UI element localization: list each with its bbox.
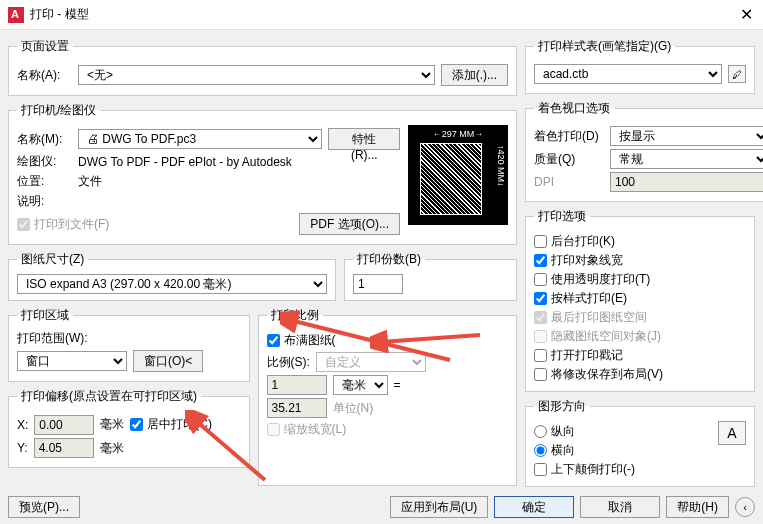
desc-label: 说明: xyxy=(17,193,72,210)
preview-width: ←297 MM→ xyxy=(408,129,508,139)
add-button[interactable]: 添加(.)... xyxy=(441,64,508,86)
shade-label: 着色打印(D) xyxy=(534,128,604,145)
offset-group: 打印偏移(原点设置在可打印区域) X: 毫米 居中打印(C) Y: 毫米 xyxy=(8,388,250,468)
plotter-value: DWG To PDF - PDF ePlot - by Autodesk xyxy=(78,155,292,169)
orient-group: 图形方向 纵向 横向 上下颠倒打印(-) A xyxy=(525,398,755,487)
y-label: Y: xyxy=(17,441,28,455)
paperlast-check: 最后打印图纸空间 xyxy=(534,309,746,326)
copies-input[interactable] xyxy=(353,274,403,294)
scale-num2 xyxy=(267,398,327,418)
scale-num1 xyxy=(267,375,327,395)
name-a-label: 名称(A): xyxy=(17,67,72,84)
shade-select[interactable]: 按显示 xyxy=(610,126,763,146)
x-input xyxy=(34,415,94,435)
style-table-select[interactable]: acad.ctb xyxy=(534,64,722,84)
plotter-label: 绘图仪: xyxy=(17,153,72,170)
orientation-icon: A xyxy=(718,421,746,445)
equals: = xyxy=(394,378,401,392)
pdf-options-button[interactable]: PDF 选项(O)... xyxy=(299,213,400,235)
style-table-legend: 打印样式表(画笔指定)(G) xyxy=(534,38,675,55)
page-setup-group: 页面设置 名称(A): <无> 添加(.)... xyxy=(8,38,517,96)
styles-check[interactable]: 按样式打印(E) xyxy=(534,290,746,307)
upside-check[interactable]: 上下颠倒打印(-) xyxy=(534,461,718,478)
range-label: 打印范围(W): xyxy=(17,330,241,347)
location-value: 文件 xyxy=(78,173,102,190)
app-icon xyxy=(8,7,24,23)
unit-select[interactable]: 毫米 xyxy=(333,375,388,395)
x-label: X: xyxy=(17,418,28,432)
printer-name-select[interactable]: 🖨 DWG To PDF.pc3 xyxy=(78,129,322,149)
scale-group: 打印比例 布满图纸( 比例(S): 自定义 毫米 = 单位(N) 缩放线宽(L) xyxy=(258,307,518,486)
x-unit: 毫米 xyxy=(100,416,124,433)
copies-group: 打印份数(B) xyxy=(344,251,517,301)
dpi-label: DPI xyxy=(534,175,604,189)
printer-name-label: 名称(M): xyxy=(17,131,72,148)
plot-to-file-check: 打印到文件(F) xyxy=(17,216,109,233)
cancel-button[interactable]: 取消 xyxy=(580,496,660,518)
style-table-group: 打印样式表(画笔指定)(G) acad.ctb 🖊 xyxy=(525,38,755,94)
bg-check[interactable]: 后台打印(K) xyxy=(534,233,746,250)
window-title: 打印 - 模型 xyxy=(30,6,89,23)
shaded-legend: 着色视口选项 xyxy=(534,100,614,117)
paper-size-legend: 图纸尺寸(Z) xyxy=(17,251,88,268)
portrait-radio[interactable]: 纵向 xyxy=(534,423,718,440)
save-check[interactable]: 将修改保存到布局(V) xyxy=(534,366,746,383)
ratio-select: 自定义 xyxy=(316,352,426,372)
window-button[interactable]: 窗口(O)< xyxy=(133,350,203,372)
range-select[interactable]: 窗口 xyxy=(17,351,127,371)
preview-button[interactable]: 预览(P)... xyxy=(8,496,80,518)
transparency-check[interactable]: 使用透明度打印(T) xyxy=(534,271,746,288)
ratio-label: 比例(S): xyxy=(267,354,310,371)
scale-lineweight-check: 缩放线宽(L) xyxy=(267,421,509,438)
close-icon[interactable]: ✕ xyxy=(740,5,753,24)
plot-area-legend: 打印区域 xyxy=(17,307,73,324)
collapse-icon[interactable]: ‹ xyxy=(735,497,755,517)
preview-height: ↑420 MM↓ xyxy=(496,145,506,187)
stamp-check[interactable]: 打开打印戳记 xyxy=(534,347,746,364)
printer-legend: 打印机/绘图仪 xyxy=(17,102,100,119)
landscape-radio[interactable]: 横向 xyxy=(534,442,718,459)
quality-label: 质量(Q) xyxy=(534,151,604,168)
paper-size-group: 图纸尺寸(Z) ISO expand A3 (297.00 x 420.00 毫… xyxy=(8,251,336,301)
page-setup-name-select[interactable]: <无> xyxy=(78,65,435,85)
paper-preview: ←297 MM→ ↑420 MM↓ xyxy=(408,125,508,225)
paper-size-select[interactable]: ISO expand A3 (297.00 x 420.00 毫米) xyxy=(17,274,327,294)
lineweight-check[interactable]: 打印对象线宽 xyxy=(534,252,746,269)
offset-legend: 打印偏移(原点设置在可打印区域) xyxy=(17,388,201,405)
printer-group: 打印机/绘图仪 ←297 MM→ ↑420 MM↓ 名称(M): 🖨 DWG T… xyxy=(8,102,517,245)
dpi-input xyxy=(610,172,763,192)
plot-area-group: 打印区域 打印范围(W): 窗口 窗口(O)< xyxy=(8,307,250,382)
page-setup-legend: 页面设置 xyxy=(17,38,73,55)
apply-button[interactable]: 应用到布局(U) xyxy=(390,496,489,518)
options-group: 打印选项 后台打印(K) 打印对象线宽 使用透明度打印(T) 按样式打印(E) … xyxy=(525,208,755,392)
scale-legend: 打印比例 xyxy=(267,307,323,324)
options-legend: 打印选项 xyxy=(534,208,590,225)
copies-legend: 打印份数(B) xyxy=(353,251,425,268)
help-button[interactable]: 帮助(H) xyxy=(666,496,729,518)
fit-check[interactable]: 布满图纸( xyxy=(267,332,509,349)
y-input xyxy=(34,438,94,458)
quality-select[interactable]: 常规 xyxy=(610,149,763,169)
ok-button[interactable]: 确定 xyxy=(494,496,574,518)
center-check[interactable]: 居中打印(C) xyxy=(130,416,212,433)
shaded-group: 着色视口选项 着色打印(D)按显示 质量(Q)常规 DPI xyxy=(525,100,763,202)
properties-button[interactable]: 特性(R)... xyxy=(328,128,400,150)
hide-check: 隐藏图纸空间对象(J) xyxy=(534,328,746,345)
unit-label: 单位(N) xyxy=(333,400,374,417)
orient-legend: 图形方向 xyxy=(534,398,590,415)
location-label: 位置: xyxy=(17,173,72,190)
y-unit: 毫米 xyxy=(100,440,124,457)
edit-style-icon[interactable]: 🖊 xyxy=(728,65,746,83)
